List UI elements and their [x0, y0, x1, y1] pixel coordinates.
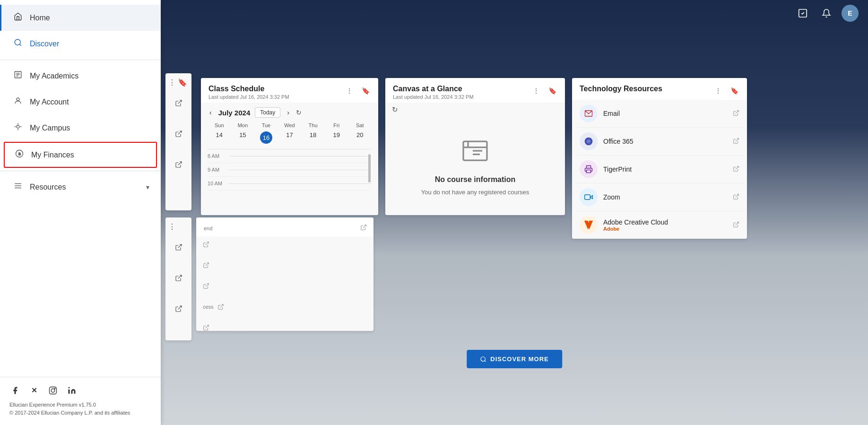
footer-copyright: © 2017-2024 Ellucian Company L.P. and it… [9, 409, 151, 417]
svg-line-40 [736, 194, 738, 197]
partial-bottom-menu[interactable]: ⋮ [168, 222, 176, 231]
class-schedule-menu[interactable]: ⋮ [343, 85, 356, 97]
day-sun: Sun [208, 122, 231, 128]
canvas-title: Canvas at a Glance [393, 85, 474, 93]
svg-point-35 [588, 140, 590, 143]
campus-label: My Campus [30, 124, 70, 132]
svg-line-47 [206, 263, 208, 266]
sidebar-item-my-academics[interactable]: My Academics [0, 63, 161, 89]
sidebar-item-home[interactable]: Home [0, 5, 161, 31]
resources-label: Resources [30, 183, 66, 191]
canvas-menu[interactable]: ⋮ [530, 85, 542, 97]
partial-card-action-1[interactable] [175, 99, 182, 108]
sidebar-item-my-account[interactable]: My Account [0, 89, 161, 115]
partial-card-menu[interactable]: ⋮ [168, 78, 176, 87]
tech-menu[interactable]: ⋮ [712, 85, 724, 97]
partial-bottom-action-3[interactable] [175, 305, 182, 314]
second-row-card: end cess [196, 217, 373, 331]
day-wed: Wed [278, 122, 302, 128]
twitter-x-icon[interactable]: ✕ [28, 385, 40, 396]
campus-icon [13, 122, 23, 133]
no-course-title: No course information [435, 175, 516, 184]
instagram-icon[interactable] [47, 385, 59, 396]
time-slot-8am: 8 AM [208, 149, 372, 163]
no-course-sub: You do not have any registered courses [421, 189, 529, 196]
partial-card-left [165, 73, 191, 210]
date-20[interactable]: 20 [348, 130, 372, 145]
canvas-bookmark[interactable]: 🔖 [546, 85, 558, 97]
discover-more-button[interactable]: DISCOVER MORE [467, 350, 562, 368]
tech-item-email[interactable]: Email [576, 100, 743, 128]
discover-label: Discover [30, 40, 59, 48]
sidebar-item-resources[interactable]: Resources ▾ [0, 174, 161, 200]
canvas-card: Canvas at a Glance Last updated Jul 16, … [385, 78, 565, 215]
partial-bottom-action-2[interactable] [175, 274, 182, 283]
sidebar-item-discover[interactable]: Discover [0, 31, 161, 57]
today-button[interactable]: Today [255, 107, 280, 118]
canvas-body: No course information You do not have an… [385, 117, 565, 215]
linkedin-icon[interactable] [66, 385, 78, 396]
date-16-today[interactable]: 16 [254, 130, 278, 145]
sidebar-item-my-finances[interactable]: My Finances [4, 142, 157, 168]
zoom-label: Zoom [603, 193, 733, 201]
second-card-ext[interactable] [360, 224, 367, 233]
date-19[interactable]: 19 [325, 130, 348, 145]
no-course-icon [461, 137, 489, 171]
prev-month-btn[interactable]: ‹ [208, 108, 214, 117]
bell-icon[interactable] [818, 5, 835, 22]
partial-card-bookmark[interactable]: 🔖 [178, 78, 187, 87]
svg-line-41 [736, 222, 738, 225]
chevron-down-icon: ▾ [146, 183, 149, 191]
class-schedule-bookmark[interactable]: 🔖 [359, 85, 372, 97]
sidebar-footer: ✕ Ellucian Experience Premium v1.75.0 © … [0, 377, 161, 425]
second-card-row-4: cess [203, 304, 367, 310]
date-18[interactable]: 18 [301, 130, 325, 145]
partial-card-action-3[interactable] [175, 161, 182, 170]
academics-label: My Academics [30, 72, 78, 80]
facebook-icon[interactable] [9, 385, 21, 396]
class-schedule-title: Class Schedule [208, 85, 289, 93]
email-icon [580, 104, 598, 122]
adobe-ext-icon [733, 221, 739, 229]
office365-icon [580, 132, 598, 150]
tech-item-zoom[interactable]: Zoom [576, 183, 743, 211]
resources-icon [13, 182, 23, 192]
schedule-scrollbar[interactable] [368, 154, 371, 182]
tech-item-tigerprint[interactable]: TigerPrint [576, 156, 743, 183]
academics-icon [13, 70, 23, 81]
checklist-icon[interactable] [794, 5, 811, 22]
svg-rect-37 [587, 170, 591, 173]
top-bar-icons: E [794, 5, 859, 22]
svg-rect-18 [50, 387, 57, 394]
svg-point-51 [481, 356, 485, 361]
tech-bookmark[interactable]: 🔖 [728, 85, 740, 97]
partial-card-action-2[interactable] [175, 130, 182, 139]
main-content: ⋮ 🔖 Class Schedule Last updated Jul 16, … [161, 0, 868, 425]
email-label: Email [603, 110, 733, 117]
time-slots: 8 AM 9 AM 10 AM [208, 149, 372, 191]
next-month-btn[interactable]: › [285, 108, 291, 117]
sidebar-nav: Home Discover My Aca [0, 0, 161, 377]
canvas-refresh-icon[interactable]: ↻ [392, 105, 398, 113]
office365-ext-icon [733, 138, 739, 145]
sidebar-item-my-campus[interactable]: My Campus [0, 115, 161, 141]
date-14[interactable]: 14 [208, 130, 231, 145]
svg-point-19 [51, 389, 55, 392]
footer-version: Ellucian Experience Premium v1.75.0 [9, 401, 151, 409]
partial-bottom-action-1[interactable] [175, 243, 182, 252]
zoom-ext-icon [733, 193, 739, 201]
svg-line-46 [206, 242, 208, 245]
calendar-date-row: 14 15 16 17 18 19 20 [208, 130, 372, 145]
avatar[interactable]: E [842, 5, 859, 22]
svg-line-36 [736, 139, 738, 141]
tigerprint-ext-icon [733, 165, 739, 173]
date-15[interactable]: 15 [231, 130, 255, 145]
tech-item-office365[interactable]: Office 365 [576, 128, 743, 156]
svg-line-32 [736, 111, 738, 113]
tech-item-adobe[interactable]: Adobe Creative Cloud Adobe [576, 211, 743, 239]
time-8am: 8 AM [208, 153, 229, 159]
refresh-schedule-icon[interactable]: ↻ [296, 109, 302, 116]
date-17[interactable]: 17 [278, 130, 302, 145]
no-course-info: No course information You do not have an… [421, 121, 529, 210]
account-icon [13, 96, 23, 107]
